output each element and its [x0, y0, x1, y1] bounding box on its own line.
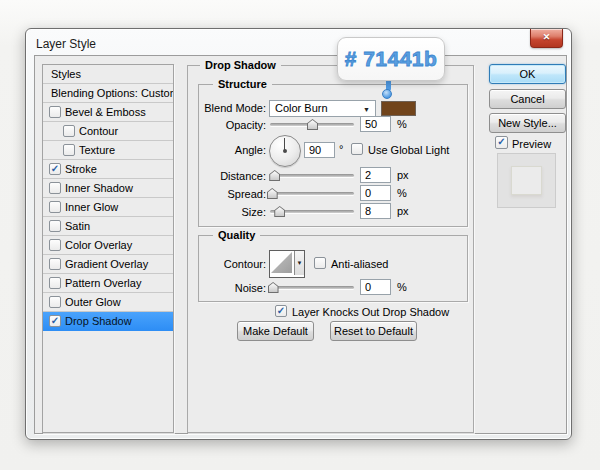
- opacity-slider[interactable]: [270, 123, 354, 126]
- drop-shadow-checkbox[interactable]: ✓: [49, 315, 61, 327]
- color-callout-pin-icon: [382, 89, 392, 99]
- drop-shadow-group: Drop Shadow Structure Blend Mode: Color …: [187, 65, 474, 433]
- blend-mode-label: Blend Mode:: [199, 102, 266, 114]
- pattern-overlay-checkbox[interactable]: [49, 277, 61, 289]
- use-global-light-label: Use Global Light: [368, 144, 449, 156]
- ok-button[interactable]: OK: [489, 64, 566, 84]
- dialog-content-panel: Styles Blending Options: Custom Bevel & …: [34, 55, 567, 434]
- layer-style-dialog: Layer Style ✕ Styles Blending Options: C…: [25, 28, 572, 440]
- chevron-down-icon: ▼: [297, 260, 303, 266]
- linear-contour-icon: [271, 252, 292, 273]
- distance-slider[interactable]: [270, 174, 354, 177]
- noise-slider-thumb[interactable]: [268, 282, 279, 293]
- sidebar-item-texture[interactable]: Texture: [43, 141, 173, 160]
- angle-hub: [283, 149, 287, 153]
- structure-legend: Structure: [213, 78, 272, 90]
- distance-input[interactable]: [360, 167, 391, 183]
- inner-glow-checkbox[interactable]: [49, 201, 61, 213]
- sidebar-item-color-overlay[interactable]: Color Overlay: [43, 236, 173, 255]
- blend-mode-select[interactable]: Color Burn ▼: [269, 100, 376, 117]
- size-slider-thumb[interactable]: [274, 206, 285, 217]
- cancel-button[interactable]: Cancel: [489, 89, 566, 109]
- distance-slider-thumb[interactable]: [269, 170, 280, 181]
- noise-slider[interactable]: [270, 286, 354, 289]
- texture-checkbox[interactable]: [63, 144, 75, 156]
- color-overlay-checkbox[interactable]: [49, 239, 61, 251]
- spread-slider[interactable]: [270, 192, 354, 195]
- color-callout-bubble: # 71441b: [337, 37, 445, 81]
- bevel-emboss-checkbox[interactable]: [49, 106, 61, 118]
- size-label: Size:: [199, 206, 266, 218]
- opacity-slider-thumb[interactable]: [307, 119, 318, 130]
- drop-shadow-group-title: Drop Shadow: [200, 59, 281, 71]
- opacity-unit: %: [397, 118, 407, 130]
- angle-label: Angle:: [199, 144, 266, 156]
- layer-knockout-checkbox[interactable]: ✓: [275, 305, 287, 317]
- close-icon: ✕: [543, 32, 551, 42]
- blend-mode-value: Color Burn: [275, 102, 328, 114]
- gradient-overlay-checkbox[interactable]: [49, 258, 61, 270]
- styles-sidebar: Styles Blending Options: Custom Bevel & …: [42, 64, 174, 433]
- contour-label: Contour:: [199, 258, 266, 270]
- dialog-title: Layer Style: [36, 37, 96, 51]
- sidebar-item-styles[interactable]: Styles: [43, 65, 173, 84]
- size-unit: px: [397, 205, 409, 217]
- angle-dial[interactable]: [269, 135, 301, 167]
- angle-unit: °: [339, 143, 343, 155]
- quality-group: Quality Contour: ▼ Anti-aliased Noise: %: [198, 235, 468, 302]
- sidebar-item-inner-shadow[interactable]: Inner Shadow: [43, 179, 173, 198]
- noise-unit: %: [397, 281, 407, 293]
- use-global-light-checkbox[interactable]: [351, 143, 363, 155]
- sidebar-item-satin[interactable]: Satin: [43, 217, 173, 236]
- sidebar-item-blending-options[interactable]: Blending Options: Custom: [43, 84, 173, 103]
- contour-checkbox[interactable]: [63, 125, 75, 137]
- stroke-checkbox[interactable]: ✓: [49, 163, 61, 175]
- preview-label: Preview: [512, 138, 551, 150]
- noise-input[interactable]: [360, 279, 391, 295]
- contour-dropdown-arrow[interactable]: ▼: [294, 251, 304, 275]
- style-preview-swatch: [511, 166, 542, 195]
- satin-checkbox[interactable]: [49, 220, 61, 232]
- sidebar-item-drop-shadow[interactable]: ✓ Drop Shadow: [43, 312, 173, 331]
- chevron-down-icon: ▼: [363, 102, 370, 117]
- quality-legend: Quality: [213, 229, 260, 241]
- sidebar-item-outer-glow[interactable]: Outer Glow: [43, 293, 173, 312]
- angle-input[interactable]: [304, 142, 335, 158]
- reset-to-default-button[interactable]: Reset to Default: [330, 321, 417, 341]
- opacity-label: Opacity:: [199, 119, 266, 131]
- new-style-button[interactable]: New Style...: [489, 113, 566, 133]
- spread-unit: %: [397, 187, 407, 199]
- sidebar-item-pattern-overlay[interactable]: Pattern Overlay: [43, 274, 173, 293]
- sidebar-item-gradient-overlay[interactable]: Gradient Overlay: [43, 255, 173, 274]
- shadow-color-swatch[interactable]: [381, 101, 416, 116]
- sidebar-item-inner-glow[interactable]: Inner Glow: [43, 198, 173, 217]
- contour-thumbnail[interactable]: [270, 251, 294, 275]
- structure-group: Structure Blend Mode: Color Burn ▼ Opaci…: [198, 84, 468, 227]
- close-button[interactable]: ✕: [530, 29, 563, 48]
- noise-label: Noise:: [199, 282, 266, 294]
- outer-glow-checkbox[interactable]: [49, 296, 61, 308]
- spread-input[interactable]: [360, 185, 391, 201]
- anti-aliased-label: Anti-aliased: [331, 258, 388, 270]
- make-default-button[interactable]: Make Default: [237, 321, 314, 341]
- preview-checkbox[interactable]: ✓: [495, 136, 508, 149]
- style-preview-thumbnail: [497, 153, 556, 208]
- sidebar-item-bevel-emboss[interactable]: Bevel & Emboss: [43, 103, 173, 122]
- sidebar-item-contour[interactable]: Contour: [43, 122, 173, 141]
- layer-knockout-label: Layer Knocks Out Drop Shadow: [292, 306, 449, 318]
- size-slider[interactable]: [270, 210, 354, 213]
- size-input[interactable]: [360, 203, 391, 219]
- spread-label: Spread:: [199, 188, 266, 200]
- distance-unit: px: [397, 169, 409, 181]
- spread-slider-thumb[interactable]: [267, 188, 278, 199]
- opacity-input[interactable]: [360, 116, 391, 132]
- distance-label: Distance:: [199, 170, 266, 182]
- inner-shadow-checkbox[interactable]: [49, 182, 61, 194]
- contour-picker[interactable]: ▼: [269, 250, 305, 278]
- sidebar-item-stroke[interactable]: ✓ Stroke: [43, 160, 173, 179]
- anti-aliased-checkbox[interactable]: [314, 257, 326, 269]
